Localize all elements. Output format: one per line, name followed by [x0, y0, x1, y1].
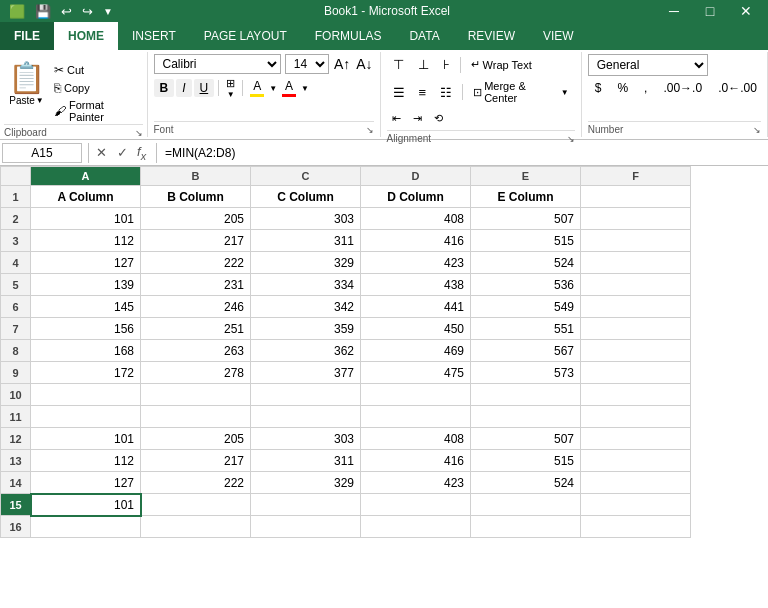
text-direction-button[interactable]: ⟲ [429, 109, 448, 128]
cell-F13[interactable] [581, 450, 691, 472]
confirm-formula-icon[interactable]: ✓ [114, 144, 131, 161]
cell-E11[interactable] [471, 406, 581, 428]
formula-input[interactable] [161, 144, 768, 162]
tab-page-layout[interactable]: PAGE LAYOUT [190, 22, 301, 50]
row-header-12[interactable]: 12 [1, 428, 31, 450]
redo-icon[interactable]: ↪ [79, 3, 96, 20]
cell-D9[interactable]: 475 [361, 362, 471, 384]
cell-D3[interactable]: 416 [361, 230, 471, 252]
cell-B4[interactable]: 222 [141, 252, 251, 274]
row-header-10[interactable]: 10 [1, 384, 31, 406]
row-header-8[interactable]: 8 [1, 340, 31, 362]
cell-D1[interactable]: D Column [361, 186, 471, 208]
fill-color-button[interactable]: A [247, 78, 267, 98]
cell-D13[interactable]: 416 [361, 450, 471, 472]
tab-view[interactable]: VIEW [529, 22, 588, 50]
cell-A6[interactable]: 145 [31, 296, 141, 318]
cell-D4[interactable]: 423 [361, 252, 471, 274]
cell-B11[interactable] [141, 406, 251, 428]
cell-F8[interactable] [581, 340, 691, 362]
cell-E6[interactable]: 549 [471, 296, 581, 318]
col-header-E[interactable]: E [471, 167, 581, 186]
cell-B14[interactable]: 222 [141, 472, 251, 494]
cell-C12[interactable]: 303 [251, 428, 361, 450]
cell-E4[interactable]: 524 [471, 252, 581, 274]
cell-E12[interactable]: 507 [471, 428, 581, 450]
cell-B13[interactable]: 217 [141, 450, 251, 472]
cell-D6[interactable]: 441 [361, 296, 471, 318]
cell-F5[interactable] [581, 274, 691, 296]
row-header-14[interactable]: 14 [1, 472, 31, 494]
align-bottom-button[interactable]: ⊦ [437, 54, 456, 75]
cell-C16[interactable] [251, 516, 361, 538]
italic-button[interactable]: I [176, 79, 191, 97]
cell-E8[interactable]: 567 [471, 340, 581, 362]
currency-button[interactable]: $ [588, 78, 609, 98]
align-top-button[interactable]: ⊤ [387, 54, 410, 75]
cell-A16[interactable] [31, 516, 141, 538]
row-header-4[interactable]: 4 [1, 252, 31, 274]
cell-F7[interactable] [581, 318, 691, 340]
cell-E15[interactable] [471, 494, 581, 516]
cell-C7[interactable]: 359 [251, 318, 361, 340]
cell-A8[interactable]: 168 [31, 340, 141, 362]
cell-F1[interactable] [581, 186, 691, 208]
cell-C13[interactable]: 311 [251, 450, 361, 472]
cell-C14[interactable]: 329 [251, 472, 361, 494]
font-name-select[interactable]: Calibri [154, 54, 281, 74]
cell-D8[interactable]: 469 [361, 340, 471, 362]
cell-B12[interactable]: 205 [141, 428, 251, 450]
cell-D15[interactable] [361, 494, 471, 516]
undo-icon[interactable]: ↩ [58, 3, 75, 20]
cell-A13[interactable]: 112 [31, 450, 141, 472]
tab-data[interactable]: DATA [395, 22, 453, 50]
cell-D7[interactable]: 450 [361, 318, 471, 340]
cell-B10[interactable] [141, 384, 251, 406]
cell-E5[interactable]: 536 [471, 274, 581, 296]
cell-D12[interactable]: 408 [361, 428, 471, 450]
cell-E9[interactable]: 573 [471, 362, 581, 384]
clipboard-expand[interactable]: ↘ [135, 128, 143, 138]
cell-B8[interactable]: 263 [141, 340, 251, 362]
cell-D14[interactable]: 423 [361, 472, 471, 494]
shrink-font-button[interactable]: A↓ [355, 55, 373, 73]
cell-B6[interactable]: 246 [141, 296, 251, 318]
bold-button[interactable]: B [154, 79, 175, 97]
cell-reference-box[interactable] [2, 143, 82, 163]
col-header-C[interactable]: C [251, 167, 361, 186]
cell-C4[interactable]: 329 [251, 252, 361, 274]
col-header-F[interactable]: F [581, 167, 691, 186]
customize-quick-access[interactable]: ▼ [100, 5, 116, 18]
cell-E14[interactable]: 524 [471, 472, 581, 494]
percent-button[interactable]: % [610, 78, 635, 98]
row-header-15[interactable]: 15 [1, 494, 31, 516]
cell-B15[interactable] [141, 494, 251, 516]
cell-C3[interactable]: 311 [251, 230, 361, 252]
cell-A5[interactable]: 139 [31, 274, 141, 296]
font-expand[interactable]: ↘ [366, 125, 374, 135]
cell-B3[interactable]: 217 [141, 230, 251, 252]
cell-F11[interactable] [581, 406, 691, 428]
cell-A7[interactable]: 156 [31, 318, 141, 340]
cell-F6[interactable] [581, 296, 691, 318]
cell-F3[interactable] [581, 230, 691, 252]
increase-indent-button[interactable]: ⇥ [408, 109, 427, 128]
cell-C8[interactable]: 362 [251, 340, 361, 362]
col-header-B[interactable]: B [141, 167, 251, 186]
cell-A10[interactable] [31, 384, 141, 406]
cell-E1[interactable]: E Column [471, 186, 581, 208]
cell-C5[interactable]: 334 [251, 274, 361, 296]
save-icon[interactable]: 💾 [32, 3, 54, 20]
cell-D11[interactable] [361, 406, 471, 428]
cell-F9[interactable] [581, 362, 691, 384]
cell-E16[interactable] [471, 516, 581, 538]
align-middle-button[interactable]: ⊥ [412, 54, 435, 75]
copy-button[interactable]: ⎘ Copy [51, 80, 143, 96]
cell-E3[interactable]: 515 [471, 230, 581, 252]
cell-A4[interactable]: 127 [31, 252, 141, 274]
cell-B1[interactable]: B Column [141, 186, 251, 208]
cell-A12[interactable]: 101 [31, 428, 141, 450]
cell-F14[interactable] [581, 472, 691, 494]
cell-A9[interactable]: 172 [31, 362, 141, 384]
cell-F2[interactable] [581, 208, 691, 230]
